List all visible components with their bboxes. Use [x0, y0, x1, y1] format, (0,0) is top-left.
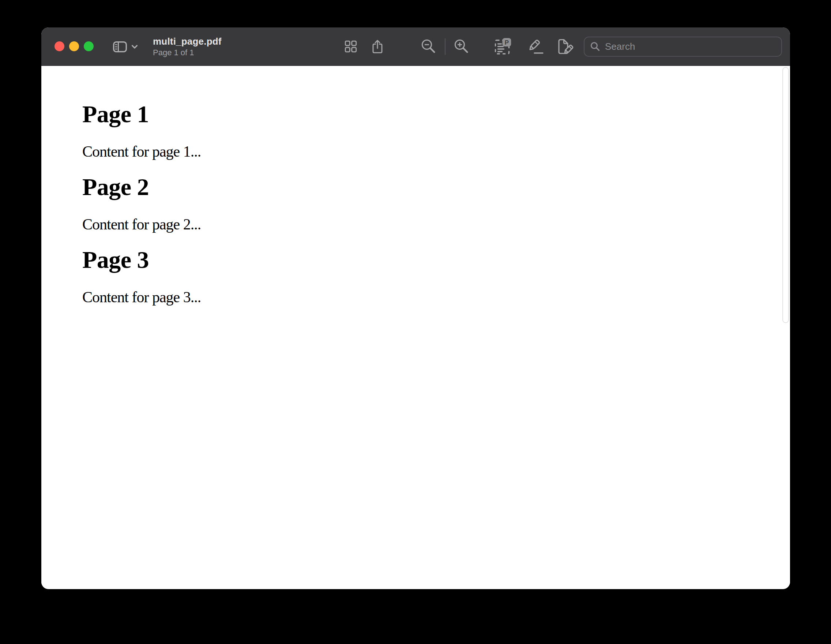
edit-document-button[interactable] — [557, 38, 573, 55]
pdf-document: Page 1 Content for page 1... Page 2 Cont… — [41, 66, 790, 306]
page-heading: Page 3 — [82, 246, 790, 274]
close-button[interactable] — [54, 41, 64, 51]
zoom-out-button[interactable] — [421, 39, 436, 54]
window-title: multi_page.pdf — [153, 35, 222, 47]
page-body: Content for page 2... — [82, 215, 790, 233]
toolbar-separator — [445, 38, 446, 55]
search-field — [584, 37, 782, 57]
autofill-icon: P — [495, 38, 511, 55]
pdf-content-area: Page 1 Content for page 1... Page 2 Cont… — [41, 66, 790, 589]
svg-text:P: P — [505, 39, 509, 46]
zoom-window-button[interactable] — [84, 41, 94, 51]
markup-pen-button[interactable] — [527, 39, 543, 54]
thumbnails-grid-icon — [345, 41, 357, 53]
autofill-button[interactable]: P — [495, 38, 511, 55]
page-body: Content for page 3... — [82, 289, 790, 306]
thumbnails-view-button[interactable] — [345, 41, 357, 53]
search-icon — [590, 42, 600, 52]
titlebar: multi_page.pdf Page 1 of 1 — [41, 27, 790, 66]
share-button[interactable] — [373, 40, 382, 54]
page-heading: Page 2 — [82, 173, 790, 201]
zoom-in-icon — [454, 39, 469, 54]
sidebar-icon — [113, 41, 127, 52]
sidebar-toggle-button[interactable] — [113, 38, 138, 55]
window-title-block: multi_page.pdf Page 1 of 1 — [153, 35, 222, 57]
window-subtitle: Page 1 of 1 — [153, 48, 222, 57]
zoom-out-icon — [421, 39, 436, 54]
edit-page-icon — [557, 38, 573, 55]
vertical-scrollbar[interactable] — [782, 67, 789, 323]
page-body: Content for page 1... — [82, 143, 790, 160]
traffic-lights — [54, 41, 94, 51]
zoom-in-button[interactable] — [454, 39, 469, 54]
share-icon — [373, 40, 382, 54]
preview-window: multi_page.pdf Page 1 of 1 — [41, 27, 790, 589]
page-heading: Page 1 — [82, 100, 790, 128]
search-input[interactable] — [605, 41, 775, 52]
minimize-button[interactable] — [69, 41, 79, 51]
markup-pen-icon — [527, 39, 543, 54]
chevron-down-icon — [131, 45, 138, 49]
